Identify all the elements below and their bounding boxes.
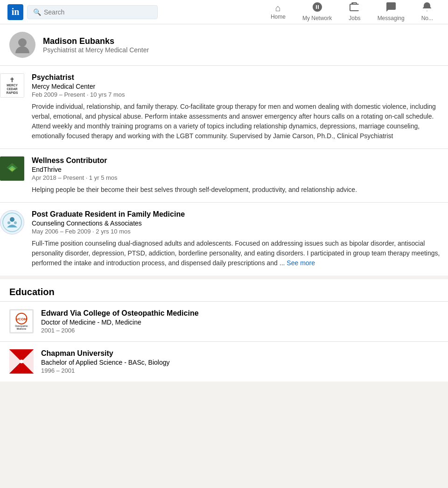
exp-company-wellness: EndThrive [32, 166, 448, 173]
profile-headline: Psychiatrist at Mercy Medical Center [43, 46, 149, 54]
exp-description-psychiatrist: Provide individual, relationship, and fa… [32, 102, 448, 141]
exp-title-psychiatrist: Psychiatrist [32, 73, 448, 82]
endthrive-logo [0, 156, 24, 181]
svg-point-5 [10, 217, 14, 222]
edu-details-chapman: Chapman University Bachelor of Applied S… [41, 349, 439, 374]
experience-item-psychiatrist: ✝ MERCYCEDAR RAPIDS Psychiatrist Mercy M… [0, 66, 448, 149]
svg-text:VCOM: VCOM [16, 317, 27, 321]
nav-label-network: My Network [302, 15, 332, 21]
svg-point-4 [3, 213, 21, 232]
linkedin-logo[interactable]: in [7, 4, 23, 20]
edu-degree-vcom: Doctor of Medicine - MD, Medicine [41, 318, 439, 326]
search-icon: 🔍 [33, 8, 41, 16]
exp-company-resident: Counseling Connections & Associates [32, 219, 448, 227]
exp-details-psychiatrist: Psychiatrist Mercy Medical Center Feb 20… [32, 73, 448, 141]
nav-label-messaging: Messaging [378, 15, 405, 21]
nav-item-my-network[interactable]: My Network [295, 0, 339, 26]
nav-label-jobs: Jobs [349, 15, 360, 21]
nav-label-notifications: No... [421, 15, 433, 21]
notifications-icon [421, 1, 433, 14]
svg-point-19 [20, 360, 23, 363]
exp-description-resident: Full-Time position counseling dual-diagn… [32, 239, 448, 268]
education-item-chapman: Chapman University Bachelor of Applied S… [0, 341, 448, 382]
nav-item-notifications[interactable]: No... [414, 0, 441, 26]
education-section-header: Education [0, 279, 448, 301]
exp-company-psychiatrist: Mercy Medical Center [32, 83, 448, 90]
profile-info: Madison Eubanks Psychiatrist at Mercy Me… [43, 36, 149, 54]
exp-title-wellness: Wellness Contributor [32, 156, 448, 165]
site-header: in 🔍 ⌂ Home My Network Jobs Messaging [0, 0, 448, 24]
exp-title-resident: Post Graduate Resident in Family Medicin… [32, 210, 448, 219]
messaging-icon [385, 1, 397, 14]
svg-point-6 [7, 221, 10, 224]
svg-text:Osteopathic: Osteopathic [15, 325, 28, 327]
edu-school-chapman: Chapman University [41, 349, 439, 358]
exp-description-wellness: Helping people be their become their bes… [32, 185, 448, 195]
search-input[interactable] [44, 8, 152, 16]
experience-item-wellness: Wellness Contributor EndThrive Apr 2018 … [0, 149, 448, 202]
nav-item-home[interactable]: ⌂ Home [263, 0, 293, 25]
network-icon [312, 1, 323, 14]
home-icon: ⌂ [275, 3, 281, 13]
svg-text:Medicine: Medicine [17, 328, 27, 330]
exp-details-wellness: Wellness Contributor EndThrive Apr 2018 … [32, 156, 448, 195]
see-more-link[interactable]: See more [287, 259, 315, 267]
chapman-logo [9, 349, 34, 374]
experience-item-resident: Post Graduate Resident in Family Medicin… [0, 202, 448, 276]
edu-details-vcom: Edward Via College of Osteopathic Medici… [41, 309, 439, 334]
education-section: Education VCOM Osteopathic Medicine Edwa… [0, 279, 448, 382]
profile-header: Madison Eubanks Psychiatrist at Mercy Me… [0, 24, 448, 66]
nav-label-home: Home [271, 14, 286, 20]
svg-point-7 [14, 221, 17, 224]
vcom-logo: VCOM Osteopathic Medicine [9, 309, 34, 333]
counseling-logo [0, 210, 24, 234]
jobs-icon [349, 1, 360, 14]
mercy-logo: ✝ MERCYCEDAR RAPIDS [0, 73, 24, 98]
experience-section: ✝ MERCYCEDAR RAPIDS Psychiatrist Mercy M… [0, 66, 448, 276]
education-item-vcom: VCOM Osteopathic Medicine Edward Via Col… [0, 301, 448, 341]
profile-name: Madison Eubanks [43, 36, 149, 46]
edu-years-vcom: 2001 – 2006 [41, 327, 439, 334]
edu-school-vcom: Edward Via College of Osteopathic Medici… [41, 309, 439, 318]
nav-item-jobs[interactable]: Jobs [341, 0, 368, 26]
exp-details-resident: Post Graduate Resident in Family Medicin… [32, 210, 448, 268]
main-nav: ⌂ Home My Network Jobs Messaging No... [263, 0, 441, 26]
edu-degree-chapman: Bachelor of Applied Science - BASc, Biol… [41, 359, 439, 366]
search-bar[interactable]: 🔍 [27, 5, 158, 19]
exp-dates-resident: May 2006 – Feb 2009 · 2 yrs 10 mos [32, 228, 448, 235]
edu-years-chapman: 1996 – 2001 [41, 367, 439, 374]
exp-dates-psychiatrist: Feb 2009 – Present · 10 yrs 7 mos [32, 91, 448, 98]
svg-point-0 [18, 38, 27, 47]
exp-dates-wellness: Apr 2018 – Present · 1 yr 5 mos [32, 174, 448, 181]
avatar [9, 32, 35, 58]
nav-item-messaging[interactable]: Messaging [370, 0, 412, 26]
